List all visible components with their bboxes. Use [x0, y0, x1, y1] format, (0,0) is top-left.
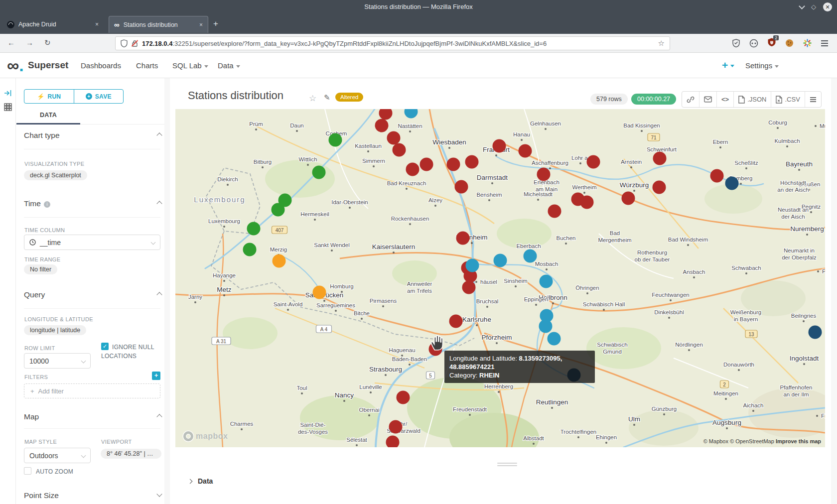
nav-charts[interactable]: Charts	[136, 61, 158, 70]
scatter-point-red[interactable]	[653, 181, 666, 194]
ublock-icon[interactable]: 2	[768, 38, 776, 48]
scatter-point-red[interactable]	[455, 180, 468, 194]
scatter-point-red[interactable]	[389, 420, 403, 434]
tab-apache-druid[interactable]: Apache Druid ×	[2, 16, 104, 33]
edit-title-icon[interactable]: ✎	[324, 93, 330, 102]
chevron-up-icon[interactable]	[156, 201, 162, 206]
scatter-point-red[interactable]	[375, 119, 389, 132]
copy-link-button[interactable]	[682, 92, 699, 107]
deckgl-map[interactable]: 40771132A 4A 315 PrümDaunCochemNastätten…	[175, 109, 825, 447]
scatter-point-red[interactable]	[493, 139, 506, 153]
scatter-point-red[interactable]	[406, 163, 419, 176]
scatter-point-red[interactable]	[447, 158, 460, 171]
window-minimize-icon[interactable]	[799, 3, 805, 9]
scatter-point-red[interactable]	[420, 158, 433, 171]
tab-stations-distribution[interactable]: ∞ Stations distribution ×	[109, 16, 208, 33]
viz-type-value[interactable]: deck.gl Scatterplot	[24, 170, 87, 180]
scatter-point-blue[interactable]	[540, 275, 553, 288]
scatter-point-blue[interactable]	[524, 250, 537, 263]
run-button[interactable]: ⚡RUN	[24, 90, 74, 103]
tab-close-icon[interactable]: ×	[199, 21, 203, 28]
lonlat-value[interactable]: longitude | latitude	[24, 325, 86, 335]
section-chart-type[interactable]: Chart type	[24, 131, 60, 140]
scatter-point-red[interactable]	[537, 168, 551, 181]
time-range-value[interactable]: No filter	[24, 264, 57, 274]
scatter-point-orange[interactable]	[273, 254, 286, 268]
scatter-point-blue[interactable]	[405, 109, 418, 119]
chevron-up-icon[interactable]	[156, 292, 162, 297]
scatter-point-red[interactable]	[449, 315, 463, 328]
scatter-point-red[interactable]	[587, 155, 600, 169]
window-close-button[interactable]: ✕	[823, 2, 832, 11]
add-filter-field[interactable]: +Add filter	[24, 383, 160, 398]
export-csv-button[interactable]: .CSV	[771, 92, 805, 107]
embed-code-button[interactable]: <>	[717, 92, 734, 107]
scatter-point-blue[interactable]	[494, 254, 507, 267]
chevron-up-icon[interactable]	[156, 414, 162, 419]
row-limit-select[interactable]: 10000	[24, 353, 91, 369]
nav-add-button[interactable]: +	[722, 59, 734, 71]
scatter-point-orange[interactable]	[313, 286, 326, 299]
scatter-point-green[interactable]	[329, 133, 342, 147]
scatter-point-red[interactable]	[462, 281, 476, 294]
scatter-point-red[interactable]	[386, 436, 400, 448]
chevron-up-icon[interactable]	[156, 132, 162, 138]
section-query[interactable]: Query	[24, 290, 45, 299]
pocket-shield-icon[interactable]	[732, 39, 740, 47]
scatter-point-red[interactable]	[379, 109, 393, 120]
new-tab-button[interactable]: +	[213, 19, 218, 29]
nav-data[interactable]: Data	[218, 61, 240, 70]
scatter-point-red[interactable]	[548, 205, 561, 218]
url-field[interactable]: 172.18.0.4:32251/superset/explore/?form_…	[115, 36, 670, 50]
auto-zoom-checkbox[interactable]	[24, 467, 31, 475]
insecure-lock-icon[interactable]	[132, 40, 138, 47]
expand-panel-icon[interactable]	[4, 89, 12, 97]
bookmark-star-icon[interactable]: ☆	[658, 39, 665, 48]
scatter-point-red[interactable]	[580, 196, 594, 209]
map-style-select[interactable]: Outdoors	[24, 448, 91, 463]
scatter-point-red[interactable]	[456, 232, 470, 245]
add-filter-plus-button[interactable]: +	[152, 372, 160, 380]
scatter-point-red[interactable]	[387, 131, 401, 145]
reload-button[interactable]: ↻	[44, 38, 51, 47]
more-menu-button[interactable]	[805, 92, 821, 107]
save-button[interactable]: +SAVE	[74, 90, 124, 103]
chevron-down-icon[interactable]	[156, 491, 162, 497]
nav-settings[interactable]: Settings	[745, 61, 779, 70]
superset-brand[interactable]: Superset	[28, 60, 68, 71]
scatter-point-red[interactable]	[710, 169, 724, 183]
export-json-button[interactable]: .JSON	[734, 92, 771, 107]
scatter-point-red[interactable]	[397, 391, 410, 404]
scatter-point-blue[interactable]	[466, 259, 479, 272]
scatter-point-green[interactable]	[272, 203, 285, 217]
tab-data[interactable]: DATA	[40, 112, 57, 119]
scatter-point-navy[interactable]	[809, 326, 822, 339]
time-column-select[interactable]: __time	[24, 235, 160, 250]
scatter-point-green[interactable]	[312, 166, 326, 179]
datasource-grid-icon[interactable]	[4, 103, 12, 111]
extension-asterisk-icon[interactable]	[803, 39, 812, 47]
scatter-point-red[interactable]	[465, 155, 479, 169]
section-point-size[interactable]: Point Size	[24, 491, 59, 500]
nav-sql-lab[interactable]: SQL Lab	[172, 61, 208, 70]
nav-dashboards[interactable]: Dashboards	[81, 61, 121, 70]
scatter-point-red[interactable]	[393, 143, 406, 157]
favorite-star-icon[interactable]: ☆	[309, 93, 316, 104]
ignore-null-checkbox[interactable]: ✓	[101, 343, 109, 350]
superset-logo-icon[interactable]: ∞.	[7, 56, 24, 75]
scatter-point-green[interactable]	[243, 243, 257, 256]
proxy-mask-icon[interactable]	[749, 39, 758, 48]
scatter-point-red[interactable]	[622, 192, 635, 205]
tracking-shield-icon[interactable]	[121, 39, 128, 47]
data-section-toggle[interactable]: Data	[188, 477, 213, 485]
scatter-point-red[interactable]	[653, 152, 667, 165]
mapbox-logo[interactable]: mapbox	[183, 431, 228, 441]
window-maximize-icon[interactable]: ◇	[811, 2, 816, 11]
email-button[interactable]	[699, 92, 717, 107]
scatter-point-blue[interactable]	[548, 332, 561, 346]
cookie-icon[interactable]	[785, 39, 794, 47]
section-time[interactable]: Timei	[24, 199, 50, 208]
scatter-point-navy[interactable]	[725, 177, 739, 190]
back-button[interactable]: ←	[7, 38, 15, 47]
section-map[interactable]: Map	[24, 412, 39, 421]
